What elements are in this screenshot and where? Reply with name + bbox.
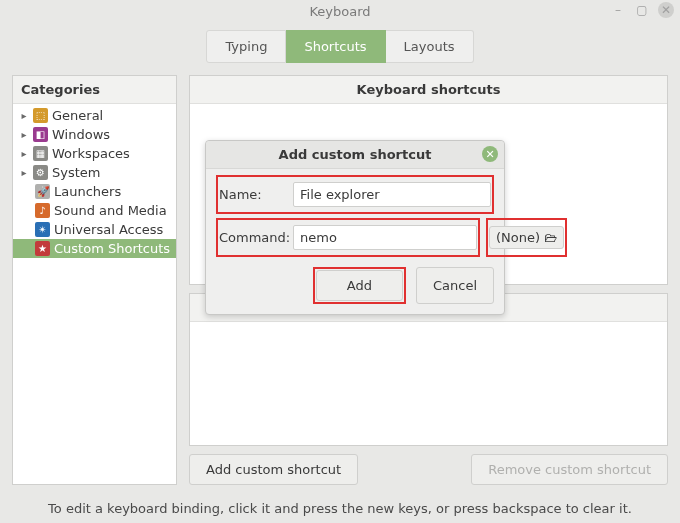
category-universal-access[interactable]: ✴ Universal Access (13, 220, 176, 239)
category-label: Universal Access (54, 222, 163, 237)
keyboard-shortcuts-header: Keyboard shortcuts (190, 76, 667, 104)
categories-header: Categories (13, 76, 176, 104)
name-input[interactable] (293, 182, 491, 207)
window-controls: – ▢ ✕ (610, 2, 674, 18)
categories-tree: ▸ ⬚ General ▸ ◧ Windows ▸ ▦ Workspaces ▸… (13, 104, 176, 484)
category-label: Windows (52, 127, 110, 142)
category-label: Sound and Media (54, 203, 167, 218)
minimize-icon[interactable]: – (610, 2, 626, 18)
category-label: General (52, 108, 103, 123)
dialog-title: Add custom shortcut ✕ (206, 141, 504, 169)
tab-typing[interactable]: Typing (206, 30, 286, 63)
categories-sidebar: Categories ▸ ⬚ General ▸ ◧ Windows ▸ ▦ W… (12, 75, 177, 485)
remove-custom-shortcut-button[interactable]: Remove custom shortcut (471, 454, 668, 485)
system-icon: ⚙ (33, 165, 48, 180)
dialog-close-icon[interactable]: ✕ (482, 146, 498, 162)
category-general[interactable]: ▸ ⬚ General (13, 106, 176, 125)
shortcut-button-row: Add custom shortcut Remove custom shortc… (189, 454, 668, 485)
custom-shortcuts-icon: ★ (35, 241, 50, 256)
file-picker-button[interactable]: (None) 🗁 (489, 226, 564, 249)
category-workspaces[interactable]: ▸ ▦ Workspaces (13, 144, 176, 163)
command-label: Command: (219, 230, 287, 245)
launchers-icon: 🚀 (35, 184, 50, 199)
universal-access-icon: ✴ (35, 222, 50, 237)
category-launchers[interactable]: 🚀 Launchers (13, 182, 176, 201)
close-icon[interactable]: ✕ (658, 2, 674, 18)
workspaces-icon: ▦ (33, 146, 48, 161)
category-sound-media[interactable]: ♪ Sound and Media (13, 201, 176, 220)
maximize-icon[interactable]: ▢ (634, 2, 650, 18)
dialog-title-text: Add custom shortcut (279, 147, 432, 162)
category-windows[interactable]: ▸ ◧ Windows (13, 125, 176, 144)
picker-label: (None) (496, 230, 540, 245)
sound-icon: ♪ (35, 203, 50, 218)
tab-shortcuts[interactable]: Shortcuts (286, 30, 385, 63)
command-input[interactable] (293, 225, 477, 250)
folder-open-icon: 🗁 (544, 230, 557, 245)
dialog-add-button[interactable]: Add (316, 270, 403, 301)
chevron-right-icon: ▸ (19, 129, 29, 140)
dialog-cancel-button[interactable]: Cancel (416, 267, 494, 304)
window-title: Keyboard (309, 4, 370, 19)
category-custom-shortcuts[interactable]: ★ Custom Shortcuts (13, 239, 176, 258)
titlebar: Keyboard – ▢ ✕ (0, 0, 680, 24)
chevron-right-icon: ▸ (19, 167, 29, 178)
category-label: Custom Shortcuts (54, 241, 170, 256)
name-label: Name: (219, 187, 287, 202)
add-custom-shortcut-button[interactable]: Add custom shortcut (189, 454, 358, 485)
tab-layouts[interactable]: Layouts (386, 30, 474, 63)
tabbar: Typing Shortcuts Layouts (0, 30, 680, 63)
category-label: Launchers (54, 184, 121, 199)
add-shortcut-dialog: Add custom shortcut ✕ Name: Command: (205, 140, 505, 315)
category-label: System (52, 165, 100, 180)
general-icon: ⬚ (33, 108, 48, 123)
windows-icon: ◧ (33, 127, 48, 142)
keyboard-bindings-panel: Keyboard bindings (189, 293, 668, 446)
chevron-right-icon: ▸ (19, 148, 29, 159)
footer-hint: To edit a keyboard binding, click it and… (0, 497, 680, 520)
category-label: Workspaces (52, 146, 130, 161)
category-system[interactable]: ▸ ⚙ System (13, 163, 176, 182)
chevron-right-icon: ▸ (19, 110, 29, 121)
